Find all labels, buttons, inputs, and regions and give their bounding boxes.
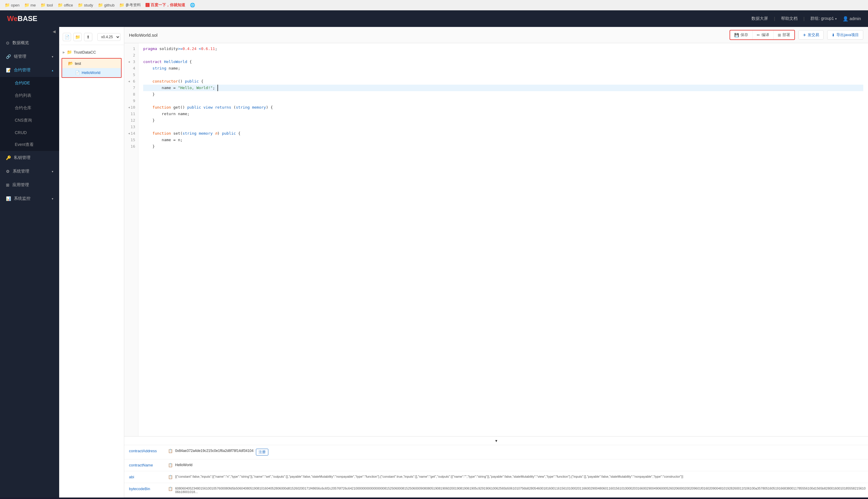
- code-content: 1 2 3 4 5 6 7 8 9 10 11 12 13 14 15 16: [124, 43, 868, 436]
- sidebar-sub-item-event-view[interactable]: Event查看: [0, 138, 59, 151]
- sidebar-sub-item-contract-ide[interactable]: 合约IDE: [0, 77, 59, 89]
- logo: WeBASE: [7, 14, 37, 23]
- sidebar-sub-item-contract-warehouse[interactable]: 合约仓库: [0, 102, 59, 114]
- compile-button[interactable]: ✏ 编译: [753, 31, 773, 39]
- code-line-11: return name;: [143, 111, 863, 117]
- copy-icon3[interactable]: 📋: [168, 475, 173, 479]
- folder-open-icon: 📂: [68, 61, 73, 66]
- abi-value: 📋 [{"constant":false,"inputs":[{"name":"…: [166, 471, 868, 483]
- admin-info[interactable]: 👤 admin: [843, 16, 861, 22]
- root-folder[interactable]: ▶ 📁 TrustDataCC: [59, 47, 124, 57]
- bookmark-cankao[interactable]: 📁 参考资料: [119, 2, 141, 8]
- bytecode-value: 📋 608060405234801561001057600080fd5b5060…: [166, 483, 868, 497]
- file-icon: 📄: [75, 71, 80, 75]
- folder-icon: 📁: [5, 3, 10, 8]
- sidebar-item-system-management[interactable]: ⚙ 系统管理 ▾: [0, 165, 59, 178]
- file-toolbar: 📄 📁 ⬆ v0.4.25: [59, 31, 124, 45]
- chain-icon: 🔗: [6, 54, 11, 59]
- bookmark-open[interactable]: 📁 open: [5, 3, 20, 8]
- version-select[interactable]: v0.4.25: [97, 33, 121, 41]
- chevron-right-icon2: ▾: [52, 170, 53, 173]
- sidebar-item-data-overview[interactable]: ⊙ 数据概览: [0, 36, 59, 50]
- key-icon: 🔑: [6, 155, 11, 160]
- help-docs-link[interactable]: 帮助文档: [781, 16, 797, 21]
- export-java-button[interactable]: ⬇ 导出java项目: [827, 30, 863, 40]
- new-file-button[interactable]: 📄: [63, 33, 71, 41]
- bookmark-office[interactable]: 📁 office: [58, 3, 73, 8]
- baidu-icon: 🅱: [146, 3, 149, 8]
- code-lines[interactable]: pragma solidity>=0.4.24 <0.6.11; contrac…: [138, 43, 868, 436]
- code-line-5: [143, 72, 863, 78]
- line-num-14: 14: [124, 130, 138, 137]
- helloworld-file[interactable]: 📄 HelloWorld: [62, 68, 121, 77]
- data-screen-link[interactable]: 数据大屏: [752, 16, 768, 21]
- bookmark-baidu[interactable]: 🅱 百度一下，你就知道: [146, 2, 185, 8]
- sidebar-sub-item-cns-query[interactable]: CNS查询: [0, 114, 59, 127]
- sidebar-sub-item-contract-list[interactable]: 合约列表: [0, 89, 59, 102]
- home-icon: ⊙: [6, 40, 10, 45]
- code-line-15: name = n;: [143, 137, 863, 143]
- deploy-button[interactable]: ⊞ 部署: [773, 31, 794, 39]
- send-export-group: ✈ 发交易 ⬇ 导出java项目: [798, 30, 863, 40]
- folder-icon: 📁: [24, 3, 29, 8]
- test-folder[interactable]: 📂 test: [62, 59, 121, 68]
- globe-icon: 🌐: [190, 3, 195, 8]
- nav-divider: |: [774, 16, 775, 21]
- copy-icon[interactable]: 📋: [168, 449, 173, 453]
- editor-actions: 💾 保存 ✏ 编译 ⊞ 部署: [730, 30, 863, 40]
- copy-icon2[interactable]: 📋: [168, 463, 173, 467]
- code-editor: HelloWorld.sol 💾 保存 ✏ 编译 ⊞: [124, 27, 868, 498]
- line-num-6: 6: [124, 78, 138, 85]
- monitor-icon: 📊: [6, 196, 11, 201]
- sidebar-item-chain-management[interactable]: 🔗 链管理 ▾: [0, 50, 59, 63]
- line-num-7: 7: [124, 85, 138, 91]
- bookmark-globe[interactable]: 🌐: [190, 3, 195, 8]
- folder-icon: 📁: [78, 3, 83, 8]
- settings-icon: ⚙: [6, 169, 10, 174]
- bookmark-github[interactable]: 📁 github: [98, 3, 114, 8]
- folder-icon: 📁: [98, 3, 103, 8]
- bottom-panel-toggle[interactable]: ▾: [124, 437, 868, 445]
- contract-name-row: contractName 📋 HelloWorld: [124, 459, 868, 471]
- contract-address-row: contractAddress 📋 0x84ae372a4de19c215c0e…: [124, 445, 868, 459]
- new-file-icon: 📄: [64, 35, 70, 39]
- collapse-icon: ◀: [53, 29, 55, 34]
- bookmark-tool[interactable]: 📁 tool: [40, 3, 53, 8]
- code-line-8: }: [143, 91, 863, 98]
- contract-address-value: 📋 0x84ae372a4de19c215c0e1f6a2d8f78f14df3…: [166, 445, 868, 459]
- line-num-9: 9: [124, 98, 138, 104]
- sidebar-item-contract-management[interactable]: 📝 合约管理 ▴: [0, 63, 59, 77]
- sidebar-item-system-monitor[interactable]: 📊 系统监控 ▾: [0, 192, 59, 205]
- register-button[interactable]: 注册: [256, 449, 268, 455]
- user-icon: 👤: [843, 16, 848, 22]
- copy-icon4[interactable]: 📋: [168, 487, 173, 491]
- sidebar-item-key-management[interactable]: 🔑 私钥管理: [0, 151, 59, 165]
- code-line-1: pragma solidity>=0.4.24 <0.6.11;: [143, 46, 863, 52]
- upload-button[interactable]: ⬆: [84, 33, 92, 41]
- abi-row: abi 📋 [{"constant":false,"inputs":[{"nam…: [124, 471, 868, 483]
- line-num-1: 1: [124, 46, 138, 52]
- bookmark-study[interactable]: 📁 study: [78, 3, 93, 8]
- code-line-2: [143, 52, 863, 59]
- chevron-down-icon: ▾: [835, 17, 836, 21]
- code-line-12: }: [143, 117, 863, 124]
- sidebar-sub-item-crud[interactable]: CRUD: [0, 127, 59, 138]
- bookmark-me[interactable]: 📁 me: [24, 3, 36, 8]
- file-tree: ▶ 📁 TrustDataCC 📂 test 📄 HelloWorld: [59, 45, 124, 81]
- upload-icon: ⬆: [86, 35, 90, 39]
- sidebar-collapse-button[interactable]: ◀: [0, 27, 59, 36]
- new-folder-button[interactable]: 📁: [73, 33, 82, 41]
- file-explorer: 📄 📁 ⬆ v0.4.25 ▶ 📁 TrustDataCC: [59, 27, 124, 498]
- contract-icon: 📝: [6, 68, 11, 73]
- save-button[interactable]: 💾 保存: [730, 31, 753, 39]
- folder-icon: 📁: [67, 50, 72, 54]
- send-tx-button[interactable]: ✈ 发交易: [798, 30, 823, 40]
- new-folder-icon: 📁: [75, 35, 80, 39]
- abi-label: abi: [124, 471, 166, 483]
- group-info[interactable]: 群组: group1 ▾: [810, 16, 836, 21]
- sidebar-item-app-management[interactable]: ⊞ 应用管理: [0, 178, 59, 192]
- line-num-16: 16: [124, 143, 138, 150]
- save-icon: 💾: [734, 33, 739, 37]
- browser-bar: 📁 open 📁 me 📁 tool 📁 office 📁 study 📁 gi…: [0, 0, 868, 10]
- deploy-icon: ⊞: [778, 33, 781, 37]
